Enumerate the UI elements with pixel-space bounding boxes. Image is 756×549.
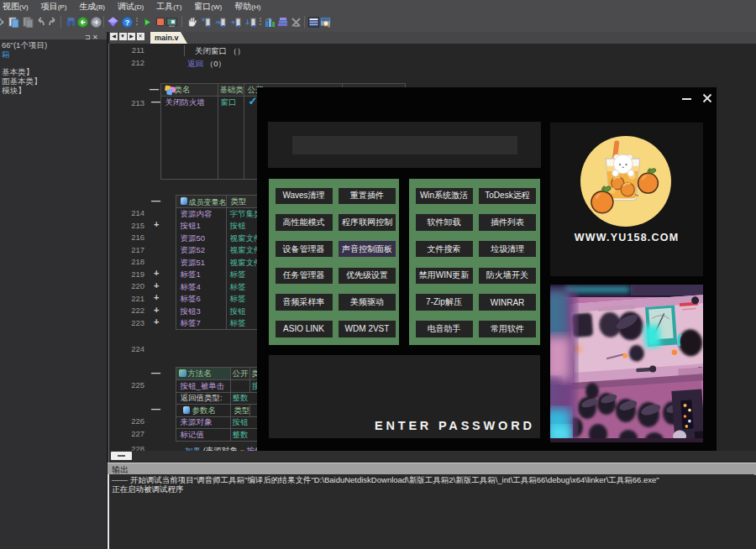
svg-text:?: ? bbox=[125, 18, 130, 27]
